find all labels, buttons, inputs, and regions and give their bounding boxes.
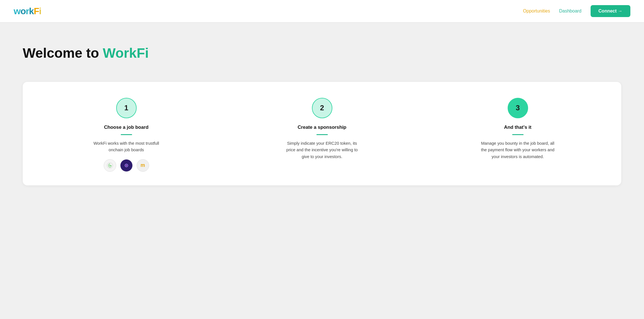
hero-section: Welcome to WorkFi xyxy=(0,22,644,73)
step-1-icons: m xyxy=(104,159,149,172)
step-1-title: Choose a job board xyxy=(104,125,149,130)
logo: workFi xyxy=(14,7,41,16)
step-2-divider xyxy=(316,134,328,135)
step-2-title: Create a sponsorship xyxy=(298,125,347,130)
logo-work: work xyxy=(14,7,34,16)
step-1-number: 1 xyxy=(124,104,128,112)
nav-links: Opportunities Dashboard Connect → xyxy=(523,5,630,17)
step-1-circle: 1 xyxy=(116,98,137,118)
hero-title-brand: WorkFi xyxy=(103,45,149,61)
svg-point-4 xyxy=(126,165,127,166)
step-3-number: 3 xyxy=(516,104,520,112)
steps-card: 1 Choose a job board WorkFi works with t… xyxy=(23,82,621,185)
hero-title: Welcome to WorkFi xyxy=(23,45,621,61)
step-2-number: 2 xyxy=(320,104,324,112)
step-3-title: And that's it xyxy=(504,125,531,130)
step-3-circle: 3 xyxy=(508,98,528,118)
meeds-icon: m xyxy=(137,159,149,172)
logo-fi: Fi xyxy=(34,7,41,16)
step-1: 1 Choose a job board WorkFi works with t… xyxy=(34,98,218,172)
nav-dashboard-link[interactable]: Dashboard xyxy=(559,9,581,14)
step-2-circle: 2 xyxy=(312,98,332,118)
steps-grid: 1 Choose a job board WorkFi works with t… xyxy=(34,98,610,172)
svg-point-1 xyxy=(109,165,111,166)
step-3-desc: Manage you bounty in the job board, all … xyxy=(481,140,555,160)
connect-button[interactable]: Connect → xyxy=(591,5,630,17)
meeds-letter: m xyxy=(141,162,145,168)
step-3: 3 And that's it Manage you bounty in the… xyxy=(426,98,610,172)
dework-icon xyxy=(120,159,133,172)
nav-opportunities-link[interactable]: Opportunities xyxy=(523,9,550,14)
step-2-desc: Simply indicate your ERC20 token, its pr… xyxy=(285,140,359,160)
gitcoin-icon xyxy=(104,159,116,172)
hero-title-plain: Welcome to xyxy=(23,45,103,61)
step-1-desc: WorkFi works with the most trustfull onc… xyxy=(89,140,163,154)
navbar: workFi Opportunities Dashboard Connect → xyxy=(0,0,644,22)
step-3-divider xyxy=(512,134,524,135)
step-2: 2 Create a sponsorship Simply indicate y… xyxy=(230,98,414,172)
step-1-divider xyxy=(121,134,132,135)
